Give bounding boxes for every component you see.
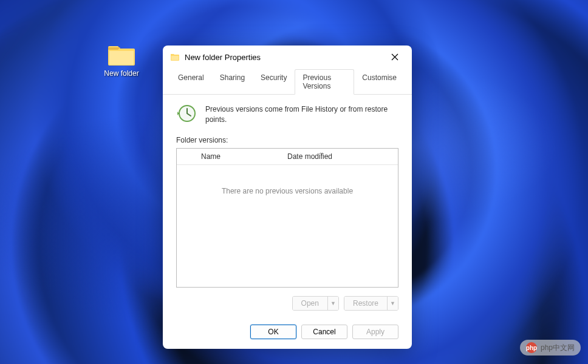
open-dropdown: ▼ [327, 297, 338, 310]
info-row: Previous versions come from File History… [176, 103, 398, 125]
chevron-down-icon: ▼ [390, 300, 395, 306]
list-header: Name ⌄ Date modified [177, 149, 398, 165]
column-date-modified[interactable]: ⌄ Date modified [287, 152, 398, 161]
tab-security[interactable]: Security [253, 69, 295, 95]
dialog-titlebar[interactable]: New folder Properties [163, 46, 412, 69]
tab-previous-versions[interactable]: Previous Versions [295, 69, 354, 95]
folder-icon [107, 42, 136, 67]
dialog-footer: OK Cancel Apply [163, 317, 412, 349]
watermark-logo: php [526, 342, 537, 353]
open-button: Open ▼ [292, 296, 339, 311]
dialog-body: Previous versions come from File History… [163, 95, 412, 317]
watermark-text: php中文网 [541, 343, 575, 353]
apply-button: Apply [352, 325, 398, 339]
folder-versions-label: Folder versions: [176, 136, 398, 144]
tabs-bar: General Sharing Security Previous Versio… [163, 69, 412, 95]
desktop-folder-new-folder[interactable]: New folder [97, 42, 146, 78]
column-name[interactable]: Name [177, 152, 287, 161]
cancel-button[interactable]: Cancel [301, 325, 347, 339]
close-button[interactable] [385, 49, 405, 66]
sort-indicator-icon: ⌄ [319, 149, 324, 155]
watermark-badge: php php中文网 [520, 340, 581, 356]
ok-button[interactable]: OK [250, 325, 296, 339]
history-icon [176, 103, 197, 124]
properties-dialog: New folder Properties General Sharing Se… [163, 46, 412, 349]
restore-button-label: Restore [344, 297, 387, 310]
open-button-label: Open [293, 297, 327, 310]
desktop-folder-label: New folder [97, 69, 146, 78]
dialog-title: New folder Properties [185, 53, 385, 62]
restore-button: Restore ▼ [344, 296, 398, 311]
restore-dropdown: ▼ [387, 297, 398, 310]
info-text: Previous versions come from File History… [205, 103, 398, 125]
empty-message: There are no previous versions available [177, 165, 398, 287]
tab-sharing[interactable]: Sharing [212, 69, 253, 95]
action-buttons-row: Open ▼ Restore ▼ [176, 296, 398, 311]
folder-icon [170, 52, 180, 62]
chevron-down-icon: ▼ [330, 300, 336, 306]
tab-general[interactable]: General [170, 69, 212, 95]
column-date-label: Date modified [287, 152, 332, 161]
versions-listbox[interactable]: Name ⌄ Date modified There are no previo… [176, 148, 398, 288]
tab-customise[interactable]: Customise [354, 69, 405, 95]
close-icon [391, 53, 398, 61]
